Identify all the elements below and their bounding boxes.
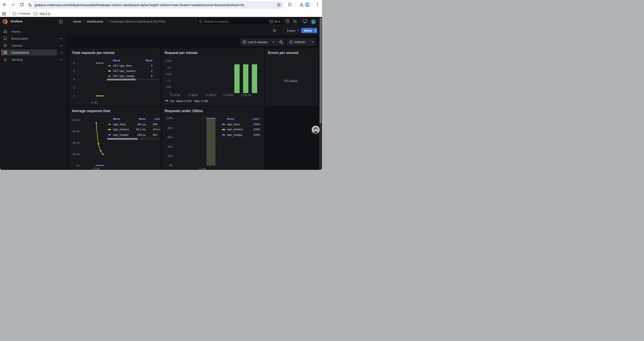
svg-text:Average response time: Average response time	[72, 109, 110, 113]
svg-text:Name: Name	[113, 59, 120, 62]
svg-text:Name: Name	[113, 117, 120, 121]
svg-text:646: 646	[153, 123, 158, 126]
svg-text:17:40: 17:40	[90, 101, 97, 104]
svg-text:0%: 0%	[169, 164, 173, 167]
svg-text:17:40:00: 17:40:00	[223, 94, 234, 97]
svg-text:100%: 100%	[253, 128, 260, 131]
svg-text:4: 4	[73, 78, 75, 81]
svg-text:6: 6	[151, 64, 152, 67]
svg-text:Mean: Mean	[139, 117, 146, 121]
svg-text:0.1: 0.1	[168, 79, 171, 82]
svg-text:100%: 100%	[166, 117, 173, 120]
svg-text:17:40: 17:40	[199, 167, 206, 170]
svg-text:17:38:00: 17:38:00	[188, 94, 198, 97]
svg-text:80%: 80%	[168, 126, 173, 129]
svg-text:17:40: 17:40	[93, 167, 99, 170]
svg-text:5: 5	[73, 70, 75, 73]
svg-text:60%: 60%	[168, 136, 173, 139]
svg-text:20 ms: 20 ms	[73, 153, 80, 156]
svg-text:661 µs: 661 µs	[138, 123, 146, 126]
svg-text:No data: No data	[284, 79, 298, 83]
svg-text:Name: Name	[227, 117, 234, 121]
svg-text:620: 620	[153, 133, 158, 136]
svg-text:2xx: 2xx	[170, 100, 175, 103]
svg-text:Mean: 0.233: Mean: 0.233	[176, 100, 192, 103]
svg-text:6: 6	[151, 75, 152, 78]
svg-text:Request per minute: Request per minute	[164, 51, 197, 55]
svg-text:Last *: Last *	[154, 117, 160, 121]
svg-text:GET /api/_/livez: GET /api/_/livez	[113, 64, 132, 67]
svg-text:605 µs: 605 µs	[138, 133, 146, 136]
svg-text:40.1 ms: 40.1 ms	[136, 128, 146, 131]
svg-text:3: 3	[73, 86, 75, 89]
svg-text:/api/_/readyz: /api/_/readyz	[113, 133, 129, 136]
svg-text:Errors per second: Errors per second	[268, 51, 298, 55]
svg-text:/api/_/metrics: /api/_/metrics	[227, 128, 243, 131]
svg-text:Mean: Mean	[146, 59, 152, 62]
svg-text:60 ms: 60 ms	[73, 130, 80, 133]
svg-text:Requests under 100ms: Requests under 100ms	[164, 109, 203, 113]
svg-text:0.05: 0.05	[166, 85, 171, 88]
svg-text:Max: 0.233: Max: 0.233	[194, 100, 208, 103]
svg-text:0.15: 0.15	[166, 73, 171, 76]
svg-text:17:39:00: 17:39:00	[206, 94, 216, 97]
svg-text:2: 2	[73, 94, 75, 97]
svg-text:100%: 100%	[253, 123, 260, 126]
svg-text:GET /api/_/metrics: GET /api/_/metrics	[113, 70, 136, 73]
svg-text:Total requests per minute: Total requests per minute	[72, 51, 115, 55]
svg-text:80 ms: 80 ms	[73, 118, 80, 121]
svg-text:20.5 m: 20.5 m	[153, 128, 160, 131]
svg-text:6: 6	[73, 62, 75, 65]
svg-text:0 s: 0 s	[76, 164, 80, 167]
svg-text:Last *: Last *	[253, 117, 260, 121]
svg-text:/api/_/readyz: /api/_/readyz	[227, 133, 243, 136]
svg-text:17:41:00: 17:41:00	[241, 94, 251, 97]
svg-text:20%: 20%	[168, 154, 173, 158]
svg-text:17:37:00: 17:37:00	[170, 94, 180, 97]
svg-text:40 ms: 40 ms	[73, 141, 80, 144]
svg-text:0.2: 0.2	[168, 66, 171, 69]
svg-text:40%: 40%	[168, 145, 173, 148]
svg-text:/api/_/livez: /api/_/livez	[227, 123, 240, 126]
svg-text:GET /api/_/readyz: GET /api/_/readyz	[113, 75, 135, 78]
svg-text:/api/_/metrics: /api/_/metrics	[113, 128, 129, 131]
svg-text:/api/_/livez: /api/_/livez	[113, 123, 126, 126]
svg-text:0.25: 0.25	[166, 60, 171, 63]
svg-text:2: 2	[151, 70, 152, 73]
svg-text:100%: 100%	[253, 133, 260, 136]
